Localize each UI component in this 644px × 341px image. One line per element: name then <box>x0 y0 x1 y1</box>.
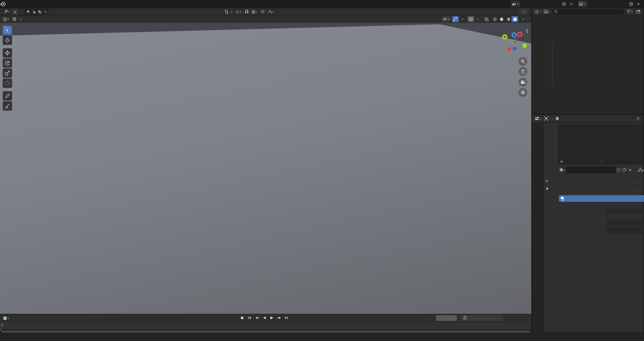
topbar: ∨ ✕ ∨ ✕ <box>0 0 644 8</box>
object-visibility-dropdown[interactable]: ∨ <box>442 16 450 22</box>
blender-logo-icon[interactable] <box>0 1 10 7</box>
panel-surface[interactable]: ▼ <box>546 187 551 190</box>
outliner-display-mode-dropdown[interactable]: ∨ <box>534 9 542 15</box>
tool-measure[interactable] <box>3 101 12 111</box>
material-nodes-icon[interactable]: ∨ <box>637 168 644 172</box>
pin-icon[interactable] <box>635 116 641 122</box>
select-mode-invert[interactable] <box>37 9 43 15</box>
svg-text:Y: Y <box>503 36 506 39</box>
gizmo-axis-y-neg[interactable] <box>522 43 527 48</box>
viewport-3d[interactable]: ∨ ∨ ∨ <box>0 15 531 314</box>
select-mode-extend[interactable] <box>25 9 31 15</box>
gizmos-dropdown[interactable]: ∨ <box>459 16 466 22</box>
navigation-gizmo[interactable]: Y Z X <box>499 30 530 53</box>
mode-dropdown[interactable]: ∨ <box>10 17 24 21</box>
new-collection-button[interactable] <box>635 9 642 15</box>
orthographic-toggle-button[interactable] <box>519 88 527 97</box>
tool-move[interactable] <box>3 48 12 58</box>
outliner-hierarchy-line <box>552 44 552 84</box>
proportional-falloff-dropdown[interactable]: ∨ <box>267 9 275 15</box>
shading-wireframe[interactable] <box>491 16 498 22</box>
jump-to-end-button[interactable] <box>283 315 290 321</box>
copy-material-icon[interactable] <box>622 168 628 172</box>
tool-settings-bar: ∨ <box>0 8 531 15</box>
snap-settings-dropdown[interactable]: ∨ <box>251 9 258 15</box>
scene-browse-icon[interactable]: ∨ <box>511 1 520 7</box>
current-frame-field[interactable] <box>436 315 457 321</box>
select-mode-set[interactable] <box>20 9 25 15</box>
unlink-material-icon[interactable]: ✕ <box>628 168 633 172</box>
pan-button[interactable] <box>519 67 527 76</box>
shading-rendered[interactable] <box>512 16 518 22</box>
outliner-filter-dropdown[interactable]: ∨ <box>626 9 634 15</box>
status-bar <box>0 333 644 341</box>
options-button[interactable]: ∨ <box>519 9 528 15</box>
shading-dropdown[interactable]: ∨ <box>520 16 527 22</box>
unlink-scene-icon[interactable]: ✕ <box>568 2 574 6</box>
shading-material-preview[interactable] <box>505 16 512 22</box>
distribution-dropdown[interactable]: ∨ <box>606 220 644 226</box>
svg-text:Z: Z <box>513 34 516 37</box>
zoom-button[interactable] <box>519 57 527 66</box>
xray-toggle[interactable] <box>483 16 490 22</box>
outliner-search-input[interactable] <box>552 9 625 14</box>
shading-solid[interactable] <box>498 16 505 22</box>
panel-preview[interactable]: ▶ <box>546 179 551 182</box>
surface-grip[interactable]: ∷∷ <box>636 188 640 192</box>
tool-scale[interactable] <box>3 68 12 78</box>
overlays-toggle[interactable] <box>468 16 474 22</box>
gizmos-toggle[interactable] <box>452 16 459 22</box>
timeline-editor-type-icon[interactable]: ∨ <box>2 315 10 321</box>
view-layer-selector[interactable]: ∨ ✕ <box>578 1 641 7</box>
editor-type-icon[interactable]: ∨ <box>2 16 10 22</box>
tool-annotate[interactable] <box>3 91 12 101</box>
transform-orientation-dropdown[interactable]: ∨ <box>224 9 233 15</box>
sidebar-expand-arrow[interactable]: ❬ <box>525 28 529 33</box>
gizmo-axis-z-neg[interactable] <box>513 47 517 51</box>
properties-editor-type-icon[interactable]: ∨ <box>534 116 542 122</box>
surface-shader-field[interactable] <box>606 208 644 214</box>
next-keyframe-button[interactable] <box>276 315 282 321</box>
object-icon <box>544 116 548 121</box>
svg-text:X: X <box>519 33 521 36</box>
preview-grip[interactable]: ∷∷ <box>636 180 640 184</box>
slot-specials-arrow[interactable]: ▶ <box>561 160 563 163</box>
timeline-collapse-arrow[interactable]: ❯ <box>1 323 3 327</box>
view-layer-browse-icon[interactable]: ∨ <box>578 1 587 7</box>
auto-keying-toggle[interactable] <box>239 315 246 321</box>
tool-transform[interactable] <box>3 78 12 88</box>
camera-view-button[interactable] <box>519 78 527 87</box>
pivot-point-dropdown[interactable]: ∨ <box>234 9 243 15</box>
material-name-field[interactable] <box>566 166 616 173</box>
browse-material-icon[interactable]: ∨ <box>558 166 566 173</box>
jump-to-start-button[interactable] <box>246 315 253 321</box>
tool-select-box[interactable] <box>3 25 12 35</box>
gizmo-axis-x-neg[interactable] <box>507 47 512 51</box>
viewport-canvas[interactable]: Y Z X <box>0 23 531 314</box>
scene-selector[interactable]: ∨ ✕ <box>511 1 574 7</box>
tweak-tool-icon[interactable] <box>12 9 19 15</box>
select-mode-subtract[interactable] <box>31 9 37 15</box>
new-scene-icon[interactable] <box>562 2 568 6</box>
play-button[interactable] <box>268 315 275 321</box>
subsurface-method-dropdown[interactable]: ∨ <box>606 227 644 234</box>
frame-range-fields <box>460 315 503 321</box>
use-nodes-button[interactable] <box>559 195 644 202</box>
viewport-toolbar <box>3 25 13 111</box>
proportional-editing-toggle[interactable] <box>259 9 266 15</box>
overlays-dropdown[interactable]: ∨ <box>475 16 481 22</box>
new-view-layer-icon[interactable] <box>629 2 635 6</box>
outliner-filter-type-dropdown[interactable]: ∨ <box>543 9 551 15</box>
properties-content: ▶∷∷ ＋ − ∨ ▲ ▼ ∨ ✕ <box>544 123 643 333</box>
active-tool-dropdown[interactable]: ∨ <box>3 9 11 15</box>
timeline-ruler[interactable] <box>0 322 531 329</box>
tool-cursor[interactable] <box>3 36 12 45</box>
snap-toggle[interactable] <box>243 9 250 15</box>
play-reverse-button[interactable] <box>261 315 268 321</box>
material-slot-list: ▶∷∷ <box>558 125 643 164</box>
prev-keyframe-button[interactable] <box>254 315 260 321</box>
fake-user-shield-icon[interactable] <box>616 168 622 172</box>
tool-rotate[interactable] <box>3 58 12 68</box>
select-mode-intersect[interactable] <box>43 9 48 15</box>
remove-view-layer-icon[interactable]: ✕ <box>635 2 641 6</box>
